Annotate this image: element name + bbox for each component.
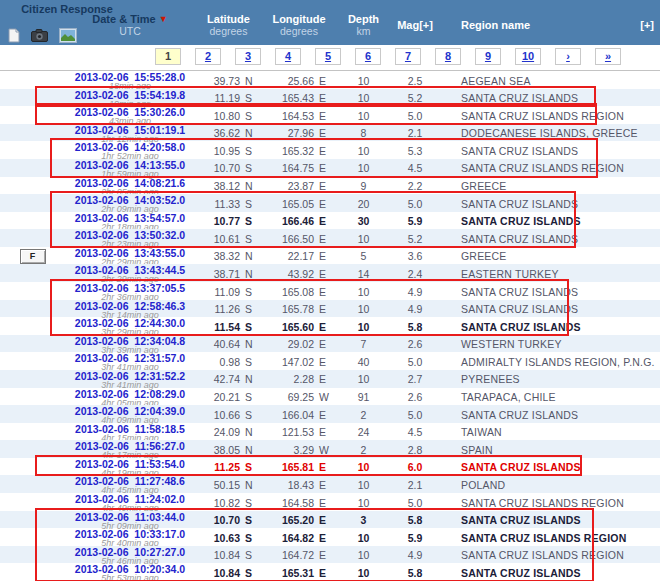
table-row: 2013-02-06 11:58:18.5 4hr 15min ago 24.0… (0, 423, 660, 441)
region-name: SANTA CRUZ ISLANDS (439, 233, 660, 245)
longitude-hemisphere: E (314, 567, 336, 579)
longitude-hemisphere: E (314, 92, 336, 104)
longitude-value: 23.87 (262, 180, 314, 192)
longitude-value: 25.66 (262, 75, 314, 87)
latitude-value: 38.05 (195, 444, 240, 456)
depth-value: 10 (336, 497, 391, 509)
region-name: SANTA CRUZ ISLANDS (439, 286, 660, 298)
depth-value: 14 (336, 268, 391, 280)
table-row: 2013-02-06 13:50:32.0 2hr 23min ago 10.6… (0, 229, 660, 247)
page-button-8[interactable]: 8 (435, 48, 461, 65)
longitude-hemisphere: E (314, 532, 336, 544)
document-icon[interactable] (8, 28, 20, 43)
latitude-hemisphere: S (240, 461, 262, 473)
depth-value: 2 (336, 444, 391, 456)
table-row: 2013-02-06 11:27:48.6 4hr 45min ago 50.1… (0, 475, 660, 493)
table-row: 2013-02-06 15:01:19.1 1hr 12min ago 36.6… (0, 124, 660, 142)
datetime-cell: 2013-02-06 12:44:30.0 3hr 29min ago (65, 317, 195, 336)
longitude-value: 165.31 (262, 567, 314, 579)
depth-value: 3 (336, 514, 391, 526)
datetime-cell: 2013-02-06 14:20:58.0 1hr 52min ago (65, 141, 195, 160)
longitude-hemisphere: E (314, 198, 336, 210)
datetime-cell: 2013-02-06 11:27:48.6 4hr 45min ago (65, 475, 195, 494)
longitude-value: 164.53 (262, 110, 314, 122)
datetime-cell: 2013-02-06 13:50:32.0 2hr 23min ago (65, 229, 195, 248)
felt-report-button[interactable]: F (20, 249, 46, 264)
region-name: POLAND (439, 479, 660, 491)
datetime-cell: 2013-02-06 14:13:55.0 1hr 59min ago (65, 159, 195, 178)
table-row: 2013-02-06 14:08:21.6 2hr 05min ago 38.1… (0, 177, 660, 195)
camera-icon[interactable] (31, 29, 48, 42)
latitude-hemisphere: S (240, 215, 262, 227)
region-name: SANTA CRUZ ISLANDS (439, 92, 660, 104)
datetime-cell: 2013-02-06 11:53:54.0 4hr 19min ago (65, 458, 195, 477)
table-row: 2013-02-06 12:58:46.3 3hr 14min ago 11.2… (0, 300, 660, 318)
latitude-hemisphere: N (240, 373, 262, 385)
latitude-value: 11.09 (195, 286, 240, 298)
longitude-hemisphere: E (314, 303, 336, 315)
datetime-cell: 2013-02-06 13:54:57.0 2hr 18min ago (65, 212, 195, 231)
magnitude-value: 2.1 (391, 127, 439, 139)
table-row: 2013-02-06 14:13:55.0 1hr 59min ago 10.7… (0, 159, 660, 177)
page-button-1[interactable]: 1 (155, 48, 181, 65)
longitude-hemisphere: E (314, 162, 336, 174)
longitude-value: 121.53 (262, 426, 314, 438)
region-name: SANTA CRUZ ISLANDS REGION (439, 549, 660, 561)
depth-value: 20 (336, 198, 391, 210)
latitude-value: 0.98 (195, 356, 240, 368)
table-header: Citizen Response (0, 0, 660, 45)
page-button-6[interactable]: 6 (355, 48, 381, 65)
depth-value: 10 (336, 461, 391, 473)
latitude-hemisphere: S (240, 92, 262, 104)
longitude-hemisphere: E (314, 426, 336, 438)
longitude-hemisphere: E (314, 356, 336, 368)
depth-value: 30 (336, 215, 391, 227)
page-button-»[interactable]: » (595, 48, 621, 65)
datetime-cell: 2013-02-06 15:01:19.1 1hr 12min ago (65, 124, 195, 143)
column-header-region: Region name (461, 19, 621, 31)
depth-value: 10 (336, 162, 391, 174)
region-name: SANTA CRUZ ISLANDS REGION (439, 532, 660, 544)
magnitude-value: 3.6 (391, 250, 439, 262)
page-button-10[interactable]: 10 (515, 48, 541, 65)
page-button-2[interactable]: 2 (195, 48, 221, 65)
magnitude-value: 5.2 (391, 92, 439, 104)
depth-value: 10 (336, 549, 391, 561)
table-row: 2013-02-06 10:27:27.0 5hr 46min ago 10.8… (0, 546, 660, 564)
page-button-9[interactable]: 9 (475, 48, 501, 65)
table-row: 2013-02-06 12:34:04.8 3hr 39min ago 40.6… (0, 335, 660, 353)
depth-value: 24 (336, 426, 391, 438)
latitude-hemisphere: S (240, 321, 262, 333)
depth-value: 10 (336, 373, 391, 385)
latitude-value: 11.54 (195, 321, 240, 333)
latitude-hemisphere: S (240, 567, 262, 579)
page-button-›[interactable]: › (555, 48, 581, 65)
table-row: 2013-02-06 13:54:57.0 2hr 18min ago 10.7… (0, 212, 660, 230)
latitude-value: 38.12 (195, 180, 240, 192)
latitude-value: 10.77 (195, 215, 240, 227)
latitude-value: 10.63 (195, 532, 240, 544)
column-header-magnitude[interactable]: Mag[+] (391, 19, 439, 31)
latitude-hemisphere: S (240, 286, 262, 298)
table-row: 2013-02-06 14:03:52.0 2hr 09min ago 11.3… (0, 194, 660, 212)
page-button-5[interactable]: 5 (315, 48, 341, 65)
magnitude-value: 5.9 (391, 532, 439, 544)
event-time-ago: 5hr 53min ago (65, 574, 195, 581)
magnitude-value: 5.0 (391, 497, 439, 509)
longitude-hemisphere: E (314, 514, 336, 526)
page-button-3[interactable]: 3 (235, 48, 261, 65)
magnitude-value: 4.9 (391, 549, 439, 561)
longitude-value: 165.05 (262, 198, 314, 210)
longitude-hemisphere: W (314, 444, 336, 456)
longitude-hemisphere: E (314, 75, 336, 87)
longitude-value: 2.28 (262, 373, 314, 385)
latitude-hemisphere: S (240, 233, 262, 245)
column-header-datetime[interactable]: Date & Time ▼ UTC (65, 13, 195, 37)
table-row: 2013-02-06 11:03:44.0 5hr 09min ago 10.7… (0, 511, 660, 529)
page-button-4[interactable]: 4 (275, 48, 301, 65)
page-button-7[interactable]: 7 (395, 48, 421, 65)
latitude-hemisphere: S (240, 532, 262, 544)
column-header-expand[interactable]: [+] (630, 19, 654, 31)
citizen-response-cell: F (0, 249, 65, 264)
magnitude-value: 2.2 (391, 180, 439, 192)
